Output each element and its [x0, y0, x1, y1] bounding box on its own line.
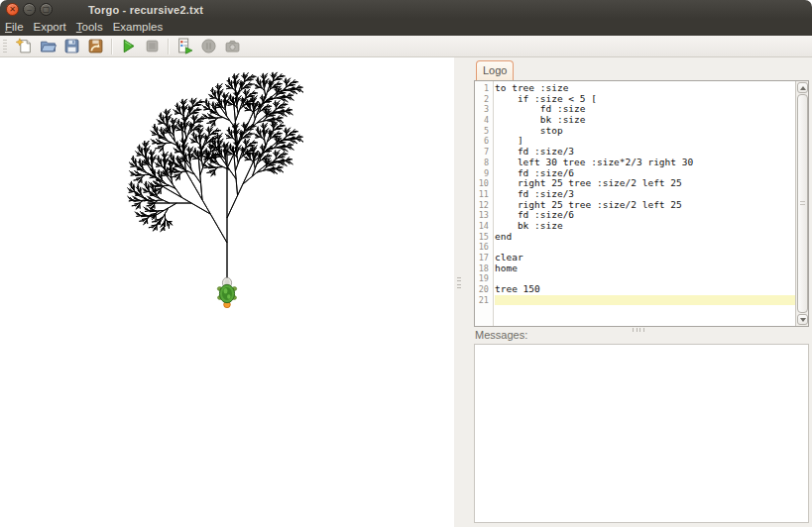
maximize-icon: ▢ — [43, 6, 51, 14]
vertical-splitter-grip — [457, 277, 461, 291]
line-number: 18 — [475, 264, 493, 274]
line-number: 4 — [475, 115, 493, 126]
scroll-down-button[interactable] — [797, 314, 808, 325]
editor-scrollbar[interactable] — [795, 81, 808, 326]
close-button[interactable]: ✕ — [6, 3, 19, 16]
line-number: 21 — [475, 295, 493, 306]
code-line[interactable] — [495, 295, 795, 306]
line-number: 1 — [475, 83, 493, 94]
stop-button[interactable] — [142, 37, 162, 56]
new-file-icon — [16, 38, 33, 54]
code-line[interactable]: end — [495, 232, 795, 243]
line-number: 2 — [475, 94, 493, 105]
pause-button[interactable] — [198, 37, 218, 56]
vertical-splitter[interactable] — [454, 57, 472, 527]
code-line[interactable]: home — [495, 264, 795, 274]
code-line[interactable]: fd :size/3 — [495, 189, 795, 200]
save-floppy-icon — [63, 38, 80, 54]
line-number: 20 — [475, 284, 493, 295]
messages-label: Messages: — [475, 329, 527, 341]
menu-export[interactable]: Export — [34, 19, 74, 36]
line-number: 13 — [475, 210, 493, 221]
scroll-up-button[interactable] — [797, 82, 808, 93]
line-number: 10 — [475, 178, 493, 189]
run-button[interactable] — [118, 37, 138, 56]
maximize-button[interactable]: ▢ — [40, 3, 53, 16]
code-line[interactable]: bk :size — [495, 221, 795, 232]
save-file-button[interactable] — [61, 37, 81, 56]
pause-circle-icon — [200, 38, 217, 54]
up-arrow-icon — [800, 86, 806, 90]
open-folder-icon — [40, 38, 57, 54]
window-controls: ✕ – ▢ — [6, 3, 53, 16]
trace-button[interactable] — [174, 37, 194, 56]
code-line[interactable]: clear — [495, 253, 795, 264]
screenshot-button[interactable] — [222, 37, 242, 56]
line-number: 15 — [475, 232, 493, 243]
main-area: Logo 123456789101112131415161718192021 t… — [0, 57, 812, 527]
line-number: 3 — [475, 104, 493, 115]
line-number: 11 — [475, 189, 493, 200]
minimize-icon: – — [27, 6, 31, 14]
line-numbers: 123456789101112131415161718192021 — [475, 81, 494, 326]
toolbar-grip[interactable] — [3, 40, 7, 53]
line-number: 6 — [475, 136, 493, 147]
toolbar-separator — [168, 39, 169, 54]
messages-output[interactable] — [474, 344, 809, 523]
menu-examples[interactable]: Examples — [113, 19, 172, 36]
code-line[interactable]: left 30 tree :size*2/3 right 30 — [495, 158, 795, 168]
export-floppy-arrow-icon — [87, 38, 104, 54]
open-file-button[interactable] — [38, 37, 58, 56]
toolbar — [0, 36, 812, 57]
code-line[interactable]: stop — [495, 126, 795, 137]
line-number: 8 — [475, 158, 493, 168]
menu-tools[interactable]: Tools — [76, 19, 111, 36]
line-number: 19 — [475, 273, 493, 284]
down-arrow-icon — [800, 318, 806, 322]
trace-script-play-icon — [176, 38, 193, 54]
code-line[interactable] — [495, 242, 795, 253]
stop-square-icon — [144, 38, 161, 54]
code-editor[interactable]: 123456789101112131415161718192021 to tre… — [474, 80, 809, 327]
horizontal-splitter-grip[interactable] — [633, 328, 646, 332]
run-play-icon — [120, 38, 137, 54]
new-file-button[interactable] — [14, 37, 34, 56]
menubar: File Export Tools Examples — [0, 19, 812, 36]
editor-panel: Logo 123456789101112131415161718192021 t… — [472, 57, 812, 527]
toolbar-separator — [111, 39, 112, 54]
line-number: 9 — [475, 168, 493, 179]
line-number: 5 — [475, 126, 493, 137]
line-number: 16 — [475, 242, 493, 253]
export-button[interactable] — [85, 37, 105, 56]
app-window: ✕ – ▢ Torgo - recursive2.txt File Export… — [0, 0, 812, 527]
tab-logo[interactable]: Logo — [476, 60, 514, 80]
line-number: 14 — [475, 221, 493, 232]
camera-icon — [224, 38, 241, 54]
close-icon: ✕ — [9, 6, 16, 14]
code-lines[interactable]: to tree :size if :size < 5 [ fd :size bk… — [495, 81, 795, 326]
scrollbar-thumb[interactable] — [797, 94, 808, 313]
line-number: 7 — [475, 147, 493, 158]
menu-file[interactable]: File — [5, 19, 32, 36]
minimize-button[interactable]: – — [23, 3, 36, 16]
titlebar[interactable]: ✕ – ▢ Torgo - recursive2.txt — [0, 0, 812, 19]
line-number: 12 — [475, 200, 493, 211]
turtle-graphics-area — [0, 57, 454, 527]
code-line[interactable]: tree 150 — [495, 284, 795, 295]
line-number: 17 — [475, 253, 493, 264]
window-title: Torgo - recursive2.txt — [88, 4, 203, 16]
turtle-sprite — [215, 276, 239, 308]
